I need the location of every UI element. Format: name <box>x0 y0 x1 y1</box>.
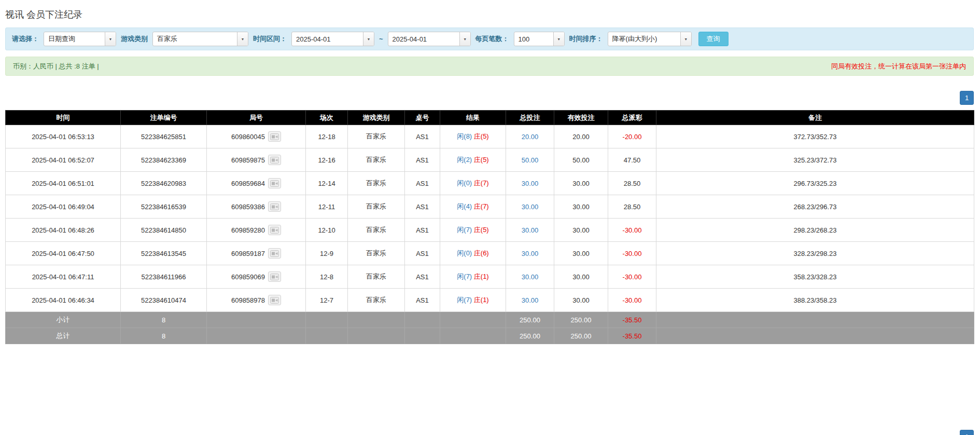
bet-records-table: 时间注单编号局号场次游戏类别桌号结果总投注有效投注总派彩备注 2025-04-0… <box>5 110 974 344</box>
total-bet-link[interactable]: 50.00 <box>522 156 539 164</box>
result-player: 闲(4) <box>457 202 472 210</box>
footer-empty <box>348 328 405 344</box>
bet-id: 522384614850 <box>121 219 207 242</box>
bet-time: 2025-04-01 06:53:13 <box>6 125 121 148</box>
video-replay-icon[interactable] <box>268 248 281 259</box>
page-size-value: 100 <box>514 32 553 46</box>
round-id: 609859386 <box>231 203 265 211</box>
remark: 358.23/328.23 <box>656 265 974 289</box>
date-to-value: 2025-04-01 <box>388 32 459 46</box>
payout: -30.00 <box>608 265 656 289</box>
query-type-select[interactable]: 日期查询 ▼ <box>44 32 116 46</box>
round-wrap: 609859187 <box>231 248 281 259</box>
total-bet-link[interactable]: 30.00 <box>522 203 539 211</box>
result-cell: 闲(8) 庄(5) <box>440 125 506 148</box>
video-replay-icon[interactable] <box>268 271 281 282</box>
total-bet-link[interactable]: 30.00 <box>522 226 539 234</box>
query-type-value: 日期查询 <box>44 32 105 46</box>
chevron-down-icon[interactable]: ▼ <box>459 32 470 46</box>
table-row: 2025-04-01 06:49:04522384616539609859386… <box>6 195 974 219</box>
table-number: AS1 <box>405 289 440 312</box>
column-header: 有效投注 <box>554 111 608 125</box>
video-replay-icon[interactable] <box>268 178 281 188</box>
bet-id: 522384611966 <box>121 265 207 289</box>
round-cell: 609859875 <box>207 148 306 172</box>
table-row: 2025-04-01 06:47:11522384611966609859069… <box>6 265 974 289</box>
bet-time: 2025-04-01 06:46:34 <box>6 289 121 312</box>
sort-order-select[interactable]: 降幂(由大到小) ▼ <box>608 32 692 46</box>
session: 12-14 <box>306 172 348 195</box>
total-bet-cell: 30.00 <box>506 265 554 289</box>
video-replay-icon[interactable] <box>268 201 281 212</box>
column-header: 结果 <box>440 111 506 125</box>
page-number-button[interactable]: 1 <box>960 430 974 435</box>
valid-bet: 20.00 <box>554 125 608 148</box>
game-type-select[interactable]: 百家乐 ▼ <box>152 32 248 46</box>
total-bet-link[interactable]: 30.00 <box>522 273 539 281</box>
table-number: AS1 <box>405 242 440 265</box>
result-cell: 闲(7) 庄(1) <box>440 265 506 289</box>
search-button[interactable]: 查询 <box>698 32 729 46</box>
chevron-down-icon[interactable]: ▼ <box>680 32 691 46</box>
remark: 298.23/268.23 <box>656 219 974 242</box>
date-from-select[interactable]: 2025-04-01 ▼ <box>291 32 374 46</box>
column-header: 桌号 <box>405 111 440 125</box>
page-size-label: 每页笔数： <box>475 34 509 44</box>
total-bet-cell: 30.00 <box>506 242 554 265</box>
chevron-down-icon[interactable]: ▼ <box>363 32 374 46</box>
payout: -20.00 <box>608 125 656 148</box>
bet-id: 522384620983 <box>121 172 207 195</box>
footer-empty <box>440 328 506 344</box>
footer-payout: -35.50 <box>608 312 656 328</box>
game-type: 百家乐 <box>348 219 405 242</box>
result-cell: 闲(7) 庄(1) <box>440 289 506 312</box>
footer-empty <box>306 312 348 328</box>
table-number: AS1 <box>405 125 440 148</box>
payout: 28.50 <box>608 195 656 219</box>
video-replay-icon[interactable] <box>268 225 281 235</box>
round-wrap: 609859069 <box>231 271 281 282</box>
bet-time: 2025-04-01 06:52:07 <box>6 148 121 172</box>
total-bet-link[interactable]: 30.00 <box>522 250 539 257</box>
round-wrap: 609859280 <box>231 225 281 235</box>
footer-empty <box>440 312 506 328</box>
chevron-down-icon[interactable]: ▼ <box>553 32 564 46</box>
total-bet-link[interactable]: 20.00 <box>522 133 539 141</box>
session: 12-18 <box>306 125 348 148</box>
round-id: 609859684 <box>231 180 265 187</box>
video-replay-icon[interactable] <box>268 295 281 305</box>
table-row: 2025-04-01 06:46:34522384610474609858978… <box>6 289 974 312</box>
result-banker: 庄(7) <box>474 202 489 210</box>
footer-valid-bet: 250.00 <box>554 328 608 344</box>
date-to-select[interactable]: 2025-04-01 ▼ <box>388 32 471 46</box>
bet-id: 522384623369 <box>121 148 207 172</box>
session: 12-7 <box>306 289 348 312</box>
footer-count: 8 <box>121 312 207 328</box>
result-cell: 闲(0) 庄(7) <box>440 172 506 195</box>
remark: 328.23/298.23 <box>656 242 974 265</box>
total-bet-link[interactable]: 30.00 <box>522 180 539 187</box>
chevron-down-icon[interactable]: ▼ <box>105 32 116 46</box>
video-replay-icon[interactable] <box>268 131 281 142</box>
total-bet-cell: 30.00 <box>506 172 554 195</box>
result-banker: 庄(5) <box>474 132 489 140</box>
game-type: 百家乐 <box>348 195 405 219</box>
remark: 388.23/358.23 <box>656 289 974 312</box>
page-number-button[interactable]: 1 <box>960 91 974 105</box>
currency-total-text: 币别：人民币 | 总共 :8 注单 | <box>13 62 99 71</box>
chevron-down-icon[interactable]: ▼ <box>237 32 248 46</box>
video-replay-icon[interactable] <box>268 155 281 165</box>
payout: 47.50 <box>608 148 656 172</box>
bet-time: 2025-04-01 06:49:04 <box>6 195 121 219</box>
total-bet-cell: 30.00 <box>506 195 554 219</box>
footer-empty <box>207 328 306 344</box>
result-player: 闲(7) <box>457 296 472 304</box>
pagination-top: 1 <box>5 91 974 105</box>
total-bet-link[interactable]: 30.00 <box>522 296 539 304</box>
result-cell: 闲(2) 庄(5) <box>440 148 506 172</box>
bet-id: 522384616539 <box>121 195 207 219</box>
page-size-select[interactable]: 100 ▼ <box>514 32 565 46</box>
total-bet-cell: 30.00 <box>506 289 554 312</box>
footer-valid-bet: 250.00 <box>554 312 608 328</box>
table-number: AS1 <box>405 219 440 242</box>
